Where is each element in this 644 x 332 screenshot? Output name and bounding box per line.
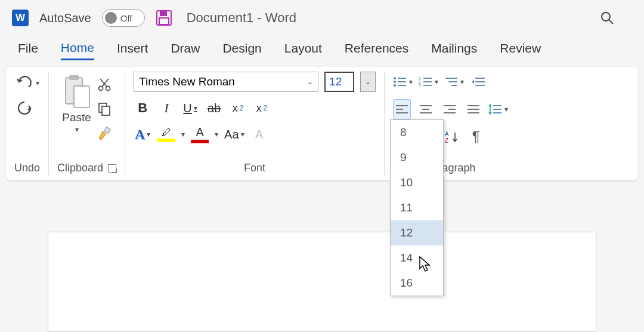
size-option[interactable]: 10 [391, 170, 443, 195]
font-color-chevron[interactable]: ▾ [215, 130, 218, 139]
chevron-down-icon: ▾ [36, 79, 39, 87]
size-option[interactable]: 9 [391, 145, 443, 170]
document-canvas[interactable] [48, 232, 596, 332]
svg-point-17 [394, 81, 396, 83]
svg-rect-2 [159, 18, 169, 24]
font-size-dropdown-list: 8 9 10 11 12 14 16 [390, 119, 444, 296]
tab-design[interactable]: Design [222, 41, 261, 59]
save-icon[interactable] [156, 10, 172, 26]
numbering-button[interactable]: 123▾ [419, 72, 438, 92]
group-label-clipboard: Clipboard [57, 162, 103, 174]
tab-references[interactable]: References [345, 41, 408, 59]
format-painter-icon[interactable] [97, 125, 112, 141]
svg-rect-1 [160, 11, 167, 16]
align-center-button[interactable] [417, 99, 435, 119]
paste-chevron-icon[interactable]: ▾ [75, 125, 79, 134]
tab-mailings[interactable]: Mailings [431, 41, 477, 59]
copy-icon[interactable] [97, 102, 112, 116]
italic-button[interactable]: I [157, 98, 175, 118]
toggle-knob [105, 12, 117, 24]
bold-button[interactable]: B [134, 98, 151, 118]
size-option[interactable]: 11 [391, 195, 443, 220]
clear-formatting-button[interactable]: A [250, 124, 268, 145]
font-size-dropdown-button[interactable]: ⌄ [360, 72, 376, 92]
redo-button[interactable] [16, 99, 39, 117]
tab-draw[interactable]: Draw [171, 41, 200, 59]
highlight-chevron[interactable]: ▾ [181, 130, 185, 139]
chevron-down-icon: ⌄ [307, 78, 313, 86]
cut-icon[interactable] [97, 78, 112, 92]
tab-file[interactable]: File [18, 41, 38, 59]
svg-point-3 [602, 13, 610, 21]
svg-rect-6 [69, 75, 79, 80]
svg-text:A: A [445, 131, 449, 137]
tab-review[interactable]: Review [500, 41, 541, 59]
size-option-selected[interactable]: 12 [391, 220, 443, 245]
size-option[interactable]: 16 [391, 270, 443, 296]
svg-rect-7 [74, 86, 89, 107]
size-option[interactable]: 8 [391, 120, 443, 145]
svg-point-9 [106, 87, 110, 91]
group-font: Times New Roman ⌄ 12 ⌄ B I U▾ ab x2 x2 A… [125, 72, 385, 176]
underline-button[interactable]: U▾ [181, 98, 199, 118]
tab-layout[interactable]: Layout [284, 41, 322, 59]
group-undo: ▾ Undo [6, 72, 49, 176]
size-option[interactable]: 14 [391, 245, 443, 270]
search-icon[interactable] [600, 11, 614, 25]
word-app-icon: W [12, 10, 29, 26]
svg-point-15 [394, 77, 396, 79]
font-name-value: Times New Roman [139, 75, 235, 88]
autosave-label: AutoSave [39, 11, 91, 25]
paste-icon[interactable] [62, 74, 92, 110]
mouse-cursor-icon [419, 256, 432, 272]
show-hide-button[interactable]: ¶ [467, 127, 485, 147]
superscript-button[interactable]: x2 [253, 98, 271, 118]
paste-label: Paste [62, 111, 91, 124]
ribbon: ▾ Undo Paste ▾ Clipboa [6, 67, 638, 180]
svg-point-19 [394, 84, 396, 87]
document-title: Document1 - Word [187, 10, 296, 26]
svg-point-8 [98, 87, 103, 91]
align-right-button[interactable] [441, 99, 459, 119]
justify-button[interactable] [465, 99, 482, 119]
svg-text:Z: Z [445, 137, 448, 143]
svg-line-4 [609, 20, 613, 24]
sort-button[interactable]: AZ [443, 127, 461, 147]
bullets-button[interactable]: ▾ [393, 72, 413, 92]
undo-button[interactable]: ▾ [16, 75, 39, 91]
highlight-button[interactable]: 🖊 [157, 124, 175, 145]
autosave-toggle[interactable]: Off [102, 9, 145, 27]
clipboard-launcher-icon[interactable] [108, 164, 116, 173]
text-effects-button[interactable]: A▾ [134, 124, 151, 145]
line-spacing-button[interactable]: ▾ [488, 99, 508, 119]
svg-rect-13 [102, 106, 110, 115]
autosave-state: Off [120, 13, 132, 23]
strikethrough-button[interactable]: ab [205, 98, 223, 118]
font-name-combo[interactable]: Times New Roman ⌄ [134, 72, 318, 92]
ribbon-tabs: File Home Insert Draw Design Layout Refe… [0, 36, 644, 64]
change-case-button[interactable]: Aa▾ [224, 124, 244, 145]
subscript-button[interactable]: x2 [229, 98, 247, 118]
tab-insert[interactable]: Insert [117, 41, 148, 59]
svg-text:3: 3 [419, 84, 421, 88]
group-clipboard: Paste ▾ Clipboard [49, 72, 125, 176]
title-bar: W AutoSave Off Document1 - Word [0, 0, 644, 36]
font-size-input[interactable]: 12 [324, 72, 354, 92]
multilevel-list-button[interactable]: ▾ [444, 72, 464, 92]
tab-home[interactable]: Home [61, 41, 94, 60]
font-color-button[interactable]: A [191, 124, 209, 145]
group-label-undo: Undo [14, 158, 40, 176]
align-left-button[interactable] [393, 99, 411, 119]
decrease-indent-button[interactable] [470, 72, 488, 92]
svg-rect-14 [104, 127, 110, 134]
group-label-font: Font [244, 158, 265, 176]
